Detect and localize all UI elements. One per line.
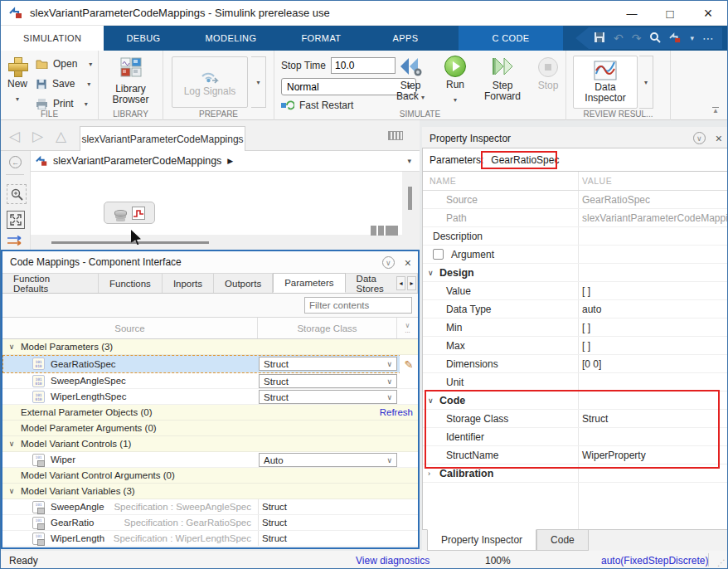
column-options-icon[interactable]: ∨... bbox=[397, 318, 418, 338]
row-gearratiospec[interactable]: GearRatioSpec Struct∨ ✎ bbox=[2, 355, 418, 373]
prop-value[interactable]: Value[ ] bbox=[423, 282, 728, 300]
undo-icon[interactable]: ↶ bbox=[614, 32, 624, 44]
new-dropdown-icon[interactable]: ▾ bbox=[16, 95, 19, 103]
save-icon[interactable] bbox=[594, 32, 605, 45]
panel-close-icon[interactable]: × bbox=[716, 133, 722, 144]
step-back-button[interactable]: Step Back ▾ bbox=[389, 56, 432, 103]
group-model-parameter-arguments[interactable]: Model Parameter Arguments (0) bbox=[2, 421, 418, 436]
group-chevron-icon[interactable]: ∨ bbox=[2, 440, 21, 448]
tab-inports[interactable]: Inports bbox=[163, 274, 214, 293]
solver-status[interactable]: auto(FixedStepDiscrete) bbox=[601, 555, 708, 567]
model-canvas[interactable] bbox=[30, 172, 420, 250]
group-chevron-icon[interactable]: ∨ bbox=[2, 343, 21, 351]
prop-storage-class[interactable]: Storage ClassStruct bbox=[423, 410, 728, 428]
prop-min[interactable]: Min[ ] bbox=[423, 319, 728, 337]
tab-format[interactable]: FORMAT bbox=[279, 26, 363, 51]
prop-source[interactable]: SourceGearRatioSpec bbox=[423, 191, 728, 209]
redo-icon[interactable]: ↷ bbox=[632, 32, 642, 44]
prop-structname[interactable]: StructNameWiperProperty bbox=[423, 446, 728, 464]
group-model-variant-controls[interactable]: ∨ Model Variant Controls (1) bbox=[2, 436, 418, 452]
group-model-variant-control-arguments[interactable]: Model Variant Control Arguments (0) bbox=[2, 468, 418, 484]
panel-menu-icon[interactable]: ∨ bbox=[382, 256, 395, 269]
row-wiperlength[interactable]: WiperLength Specification : WiperLengthS… bbox=[2, 531, 418, 547]
panel-close-icon[interactable]: × bbox=[405, 257, 411, 269]
storage-class-select[interactable]: Auto∨ bbox=[259, 453, 397, 467]
argument-checkbox[interactable] bbox=[433, 249, 444, 260]
panel-menu-icon[interactable]: ∨ bbox=[693, 132, 706, 144]
stop-time-input[interactable] bbox=[331, 57, 396, 74]
column-storage-class[interactable]: Storage Class bbox=[258, 318, 397, 338]
breadcrumb-model[interactable]: slexVariantParameterCodeMappings bbox=[53, 155, 221, 167]
search-icon[interactable] bbox=[649, 32, 661, 45]
step-forward-button[interactable]: Step Forward bbox=[478, 56, 527, 102]
print-button[interactable]: Print ▾ bbox=[36, 98, 88, 109]
row-sweepanglespec[interactable]: SweepAngleSpec Struct∨ bbox=[2, 373, 418, 389]
refresh-link[interactable]: Refresh bbox=[380, 405, 413, 421]
group-chevron-icon[interactable]: ∨ bbox=[2, 487, 21, 495]
log-signals-button[interactable]: Log Signals bbox=[172, 56, 248, 108]
prop-identifier[interactable]: Identifier bbox=[423, 428, 728, 446]
row-wiper[interactable]: Wiper Auto∨ bbox=[2, 452, 418, 468]
ribbon-collapse-icon[interactable]: ▲ bbox=[712, 107, 719, 114]
document-tab[interactable]: slexVariantParameterCodeMappings bbox=[80, 126, 245, 151]
storage-class-select[interactable]: Struct∨ bbox=[259, 390, 397, 404]
filter-input[interactable] bbox=[304, 297, 412, 314]
tab-modeling[interactable]: MODELING bbox=[183, 26, 279, 51]
prop-max[interactable]: Max[ ] bbox=[423, 337, 728, 355]
data-inspector-button[interactable]: Data Inspector bbox=[573, 56, 638, 109]
hide-explorer-icon[interactable]: ← bbox=[9, 156, 22, 168]
prop-data-type[interactable]: Data Typeauto bbox=[423, 300, 728, 319]
stop-button[interactable]: Stop bbox=[533, 57, 563, 91]
keyboard-icon[interactable] bbox=[388, 131, 403, 140]
tab-apps[interactable]: APPS bbox=[370, 26, 440, 51]
prop-argument[interactable]: Argument bbox=[423, 246, 728, 264]
group-external-parameter-objects[interactable]: External Parameter Objects (0) Refresh bbox=[2, 405, 418, 421]
breadcrumb-expand-icon[interactable]: ▶ bbox=[227, 157, 233, 165]
edit-pencil-icon[interactable]: ✎ bbox=[400, 355, 418, 373]
library-browser-button[interactable]: Library Browser bbox=[99, 57, 163, 105]
section-design[interactable]: ∨ Design bbox=[423, 264, 728, 282]
column-source[interactable]: Source bbox=[2, 318, 258, 338]
section-calibration[interactable]: › Calibration bbox=[423, 464, 728, 483]
qat-more-icon[interactable]: ⋯ bbox=[702, 32, 714, 44]
save-button[interactable]: Save ▾ bbox=[36, 78, 90, 90]
variant-parameter-block[interactable] bbox=[104, 202, 155, 224]
maximize-icon[interactable]: □ bbox=[651, 1, 689, 26]
storage-class-select[interactable]: Struct∨ bbox=[259, 374, 397, 388]
new-button[interactable]: New ▾ bbox=[7, 57, 27, 105]
zoom-icon[interactable] bbox=[7, 184, 27, 204]
storage-class-select[interactable]: Struct∨ bbox=[259, 357, 397, 371]
section-code[interactable]: ∨ Code bbox=[423, 391, 728, 410]
resize-grip[interactable]: ⋰ bbox=[717, 558, 725, 567]
canvas-vscrollbar[interactable] bbox=[408, 187, 412, 210]
tab-debug[interactable]: DEBUG bbox=[104, 26, 182, 51]
open-button[interactable]: Open ▾ bbox=[36, 58, 92, 70]
canvas-hscrollbar[interactable] bbox=[51, 241, 209, 244]
review-gallery-dropdown[interactable]: ▾ bbox=[639, 56, 653, 109]
bottom-tab-code[interactable]: Code bbox=[536, 530, 589, 551]
nav-back-icon[interactable]: ◁ bbox=[9, 128, 20, 145]
qat-dropdown-icon[interactable]: ▾ bbox=[690, 35, 694, 42]
tab-function-defaults[interactable]: Function Defaults bbox=[2, 274, 99, 293]
view-diagnostics-link[interactable]: View diagnostics bbox=[356, 555, 430, 567]
row-wiperlengthspec[interactable]: WiperLengthSpec Struct∨ bbox=[2, 389, 418, 405]
prop-path[interactable]: PathslexVariantParameterCodeMappings bbox=[423, 209, 728, 227]
tab-functions[interactable]: Functions bbox=[99, 274, 163, 293]
row-sweepangle[interactable]: SweepAngle Specification : SweepAngleSpe… bbox=[2, 499, 418, 515]
row-gearratio[interactable]: GearRatio Specification : GearRatioSpec … bbox=[2, 515, 418, 531]
group-model-variant-variables[interactable]: ∨ Model Variant Variables (3) bbox=[2, 484, 418, 499]
nav-forward-icon[interactable]: ▷ bbox=[32, 128, 43, 145]
fit-to-view-icon[interactable] bbox=[7, 211, 25, 229]
signal-lines-icon[interactable] bbox=[7, 236, 25, 246]
breadcrumb-dropdown-icon[interactable]: ▾ bbox=[407, 157, 411, 165]
group-model-parameters[interactable]: ∨ Model Parameters (3) bbox=[2, 339, 418, 355]
simulink-model-icon[interactable] bbox=[669, 32, 682, 45]
nav-up-icon[interactable]: △ bbox=[56, 128, 66, 145]
tabs-scroll-left-icon[interactable]: ◂ bbox=[396, 276, 405, 290]
tabs-scroll-right-icon[interactable]: ▸ bbox=[407, 276, 416, 290]
prepare-gallery-dropdown[interactable]: ▾ bbox=[251, 56, 266, 108]
bottom-tab-property-inspector[interactable]: Property Inspector bbox=[427, 529, 536, 551]
tab-c-code[interactable]: C CODE bbox=[459, 26, 562, 51]
run-button[interactable]: Run ▾ bbox=[439, 56, 472, 105]
tab-simulation[interactable]: SIMULATION bbox=[1, 26, 104, 51]
